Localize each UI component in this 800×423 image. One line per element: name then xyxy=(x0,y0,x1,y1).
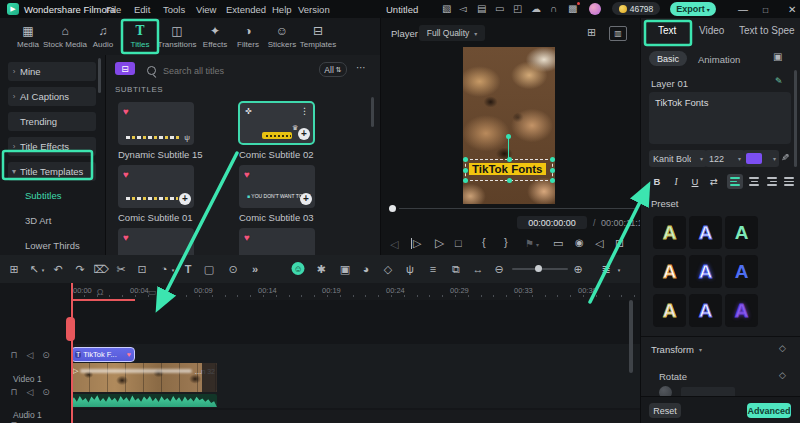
text-tool-icon[interactable]: T xyxy=(185,263,192,275)
audio-waveform-bg[interactable] xyxy=(71,394,217,407)
tab-templates[interactable]: ⊟ Templates xyxy=(296,24,340,49)
add-to-timeline-button[interactable]: + xyxy=(179,193,191,205)
text-color-picker[interactable]: ▾ xyxy=(743,150,779,167)
sidebar-item-ai-captions[interactable]: › AI Captions xyxy=(8,87,96,106)
maximize-button[interactable]: □ xyxy=(763,5,768,15)
select-tool-icon[interactable]: ↖ xyxy=(29,263,38,276)
preset-tile[interactable]: A xyxy=(689,216,722,249)
notes-icon[interactable]: ▤ xyxy=(477,4,486,14)
fit-timeline-icon[interactable]: ↔ xyxy=(473,263,484,275)
snapshot-icon[interactable]: ◉ xyxy=(575,238,584,248)
minimize-button[interactable]: — xyxy=(738,4,748,15)
record-tool-icon[interactable]: ⊙ xyxy=(228,263,237,276)
save-style-icon[interactable]: ▣ xyxy=(773,52,782,62)
transform-section-label[interactable]: Transform xyxy=(651,344,694,355)
step-forward-icon[interactable]: ▷ xyxy=(411,238,421,249)
mute-icon[interactable]: ◁ xyxy=(27,387,34,397)
auto-ripple-icon[interactable]: Ω xyxy=(97,287,104,297)
close-button[interactable]: ✕ xyxy=(788,4,796,15)
preset-tile[interactable]: A xyxy=(689,294,722,327)
sidebar-item-subtitles[interactable]: Subtitles xyxy=(8,187,96,203)
timeline-scrollbar[interactable] xyxy=(629,300,633,373)
selection-handle[interactable] xyxy=(550,178,555,183)
play-icon[interactable]: ▷ xyxy=(435,237,444,249)
align-right-button[interactable] xyxy=(764,174,780,189)
underline-button[interactable]: U xyxy=(687,174,703,189)
align-center-button[interactable] xyxy=(746,174,762,189)
selection-handle[interactable] xyxy=(550,168,555,173)
kebab-menu-icon[interactable]: ⋮ xyxy=(300,106,309,116)
selection-handle[interactable] xyxy=(507,178,512,183)
delete-icon[interactable]: ⌦ xyxy=(93,263,109,276)
preset-tile[interactable]: A xyxy=(725,216,758,249)
captions-tool-icon[interactable]: ≡ xyxy=(430,263,436,275)
export-button[interactable]: Export ▾ xyxy=(670,2,716,16)
zoom-in-icon[interactable]: ⊕ xyxy=(573,263,582,276)
menu-version[interactable]: Version xyxy=(298,4,330,15)
previous-frame-icon[interactable]: ◁ xyxy=(390,238,398,251)
sidebar-item-title-templates[interactable]: ▾ Title Templates xyxy=(8,162,96,181)
gift-icon[interactable]: ▧ xyxy=(442,4,451,14)
coin-balance[interactable]: 46798 xyxy=(612,2,660,15)
sidebar-item-trending[interactable]: Trending xyxy=(8,112,96,131)
playhead-handle[interactable] xyxy=(66,317,75,341)
tab-video[interactable]: Video xyxy=(699,25,724,36)
italic-button[interactable]: I xyxy=(668,174,684,189)
subtab-animation[interactable]: Animation xyxy=(698,54,740,65)
track-box-icon[interactable]: ▭ xyxy=(148,287,157,297)
mute-icon[interactable]: ◁ xyxy=(27,350,34,360)
render-preview-icon[interactable]: ⧉ xyxy=(452,263,460,276)
scrubber-handle[interactable] xyxy=(389,205,396,212)
text-overlay[interactable]: TikTok Fonts xyxy=(469,163,546,175)
rotate-handle[interactable] xyxy=(506,134,511,139)
title-thumbnail[interactable]: ♥ xyxy=(239,228,315,255)
zoom-out-icon[interactable]: ⊖ xyxy=(494,263,503,276)
headset-icon[interactable]: ∩ xyxy=(550,4,557,14)
selection-handle[interactable] xyxy=(463,178,468,183)
mark-out-icon[interactable]: } xyxy=(504,237,508,248)
sidebar-item-title-effects[interactable]: › Title Effects xyxy=(8,137,96,156)
voiceover-mic-icon[interactable]: ψ xyxy=(406,263,414,275)
title-thumbnail[interactable]: ♥ ■ YOU DON'T WANT TO BE + xyxy=(239,165,315,208)
font-size-select[interactable]: 122 ▾ xyxy=(705,150,745,167)
scrubber-track[interactable] xyxy=(399,208,635,209)
preset-tile[interactable]: A xyxy=(653,216,686,249)
mirror-display-icon[interactable]: ▭ xyxy=(553,238,563,249)
preset-tile[interactable]: A xyxy=(689,255,722,288)
align-left-button[interactable] xyxy=(727,174,743,189)
redo-icon[interactable]: ↷ xyxy=(75,263,84,276)
eye-icon[interactable]: ⊙ xyxy=(42,350,50,360)
undo-icon[interactable]: ↶ xyxy=(53,263,62,276)
selection-handle[interactable] xyxy=(463,157,468,162)
keyframe-icon[interactable]: ◇ xyxy=(779,343,786,353)
library-menu-button[interactable]: ⊟ xyxy=(115,62,135,75)
font-family-select[interactable]: Kanit Bold ▾ xyxy=(649,150,707,167)
split-screen-icon[interactable]: ⊞ xyxy=(587,27,596,38)
add-to-timeline-button[interactable]: + xyxy=(300,193,312,205)
device-icon[interactable]: ▭ xyxy=(495,4,504,14)
speaker-icon[interactable]: ◁ xyxy=(595,238,603,249)
selection-handle[interactable] xyxy=(507,157,512,162)
megaphone-icon[interactable]: ◅ xyxy=(459,4,467,14)
timeline-ruler[interactable]: 00:00 00:04 00:09 00:14 00:19 00:24 00:2… xyxy=(0,283,640,300)
keyframe-icon[interactable]: ◇ xyxy=(779,370,786,380)
crop-icon[interactable]: ⊡ xyxy=(137,263,146,276)
mask-tool-icon[interactable]: ▢ xyxy=(204,263,214,276)
reset-button[interactable]: Reset xyxy=(649,403,681,418)
text-selection-box[interactable]: TikTok Fonts xyxy=(465,159,553,181)
crop-preview-icon[interactable]: ⊡ xyxy=(615,238,624,249)
marker-icon[interactable]: ⚑ xyxy=(525,238,534,249)
letter-spacing-button[interactable]: ⇄ xyxy=(706,174,722,189)
advanced-button[interactable]: Advanced xyxy=(747,403,791,418)
grid-icon[interactable]: ▩ xyxy=(568,4,577,14)
cloud-upload-icon[interactable]: ☁ xyxy=(531,4,541,14)
selection-handle[interactable] xyxy=(463,168,468,173)
sidebar-scrollbar[interactable] xyxy=(98,58,101,93)
workspace-icon[interactable]: ⊞ xyxy=(9,263,18,276)
speed-icon[interactable]: ◔ xyxy=(161,263,168,275)
save-icon[interactable]: ◰ xyxy=(513,4,522,14)
preset-tile[interactable]: A xyxy=(653,255,686,288)
emoji-tool-icon[interactable]: ☺ xyxy=(292,262,305,275)
fx-tool-icon[interactable]: ✱ xyxy=(316,263,325,276)
snapshot-tool-icon[interactable]: ▣ xyxy=(340,263,350,276)
